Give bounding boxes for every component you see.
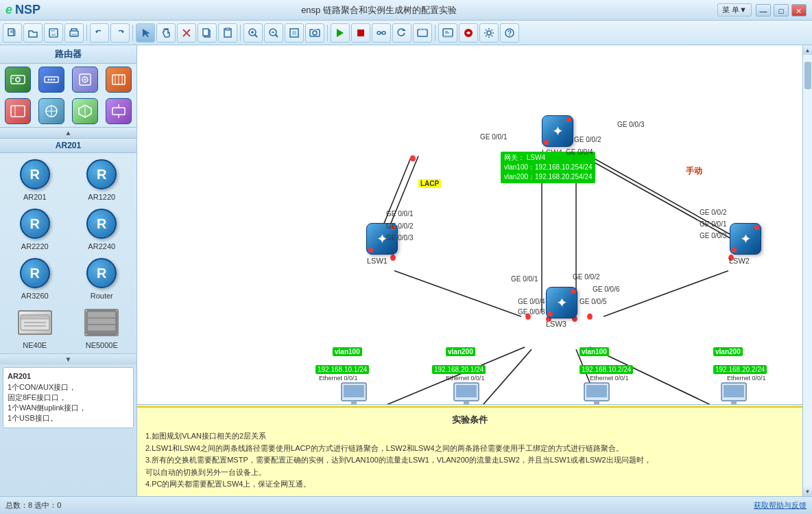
router-label: Router xyxy=(91,292,113,300)
lsw4-star-icon: ✦ xyxy=(552,123,564,139)
tb-new-btn[interactable] xyxy=(3,23,22,43)
panel-scroll-down[interactable]: ▼ xyxy=(0,353,136,364)
device-list: R AR201 R AR1220 R AR2220 R xyxy=(0,153,136,353)
router-icon: R xyxy=(84,256,119,290)
device-ar2220[interactable]: R AR2220 xyxy=(4,207,66,250)
panel-scroll-up[interactable]: ▲ xyxy=(0,127,136,138)
lsw1-node[interactable]: ✦ xyxy=(365,222,399,256)
main-area: 路由器 xyxy=(0,45,812,496)
ar2220-icon-img: R xyxy=(20,209,50,239)
tb-open-btn[interactable] xyxy=(23,23,43,43)
tb-refresh-btn[interactable] xyxy=(392,23,411,43)
ar2220-label: AR2220 xyxy=(21,242,49,250)
router-section-title: 路由器 xyxy=(0,45,136,64)
lsw4-dot2 xyxy=(544,140,549,145)
tb-zoomout-btn[interactable] xyxy=(264,23,283,43)
ar3260-label: AR3260 xyxy=(21,292,49,300)
tb-print-btn[interactable] xyxy=(64,23,84,43)
close-button[interactable]: ✕ xyxy=(791,4,807,16)
ne40e-icon xyxy=(18,305,52,340)
top-icon-3-box xyxy=(72,67,98,93)
router-icon-img: R xyxy=(86,258,117,288)
top-icon-8[interactable] xyxy=(103,98,134,124)
svg-rect-107 xyxy=(456,385,477,397)
vscroll-down[interactable]: ▼ xyxy=(803,487,813,496)
svg-rect-73 xyxy=(88,312,115,318)
svg-point-26 xyxy=(313,31,317,35)
lsw4-node[interactable]: ✦ xyxy=(540,114,575,148)
tb-console-btn[interactable] xyxy=(438,23,457,43)
top-icon-1[interactable] xyxy=(3,67,34,93)
topology-canvas[interactable]: ✦ LSW4 网关： LSW4 vlan100：192.168.10.254/2… xyxy=(137,45,802,496)
lsw1-icon: ✦ xyxy=(366,223,398,255)
desc-line-5: 4.PC的网关都需要配置LSW4上，保证全网互通。 xyxy=(145,478,794,491)
ar201-icon-img: R xyxy=(20,159,50,189)
vscroll-thumb[interactable] xyxy=(804,62,811,89)
top-icon-4-box xyxy=(106,67,132,93)
device-ar1220[interactable]: R AR1220 xyxy=(71,157,133,201)
device-ne5000e[interactable]: NE5000E xyxy=(71,305,133,349)
tb-zoomin-btn[interactable] xyxy=(243,23,263,43)
tb-copy-btn[interactable] xyxy=(198,23,217,43)
tb-sep-2 xyxy=(132,25,133,41)
tb-delete-btn[interactable] xyxy=(177,23,196,43)
tb-paste-btn[interactable] xyxy=(218,23,237,43)
tb-redo-btn[interactable] xyxy=(110,23,130,43)
top-icon-5-box xyxy=(5,98,31,124)
tb-save-btn[interactable] xyxy=(44,23,63,43)
svg-text:?: ? xyxy=(508,30,512,37)
tb-settings-btn[interactable] xyxy=(479,23,499,43)
lsw3-node[interactable]: ✦ xyxy=(545,285,579,320)
tb-sep-1 xyxy=(86,25,87,41)
tb-link-btn[interactable] xyxy=(372,23,391,43)
svg-point-42 xyxy=(487,31,491,35)
maximize-button[interactable]: □ xyxy=(774,4,789,16)
device-ne40e[interactable]: NE40E xyxy=(4,305,66,349)
top-icon-4[interactable] xyxy=(103,67,134,93)
ne40e-label: NE40E xyxy=(23,341,47,349)
minimize-button[interactable]: — xyxy=(756,4,771,16)
tb-undo-btn[interactable] xyxy=(90,23,109,43)
vertical-scrollbar[interactable]: ▲ ▼ xyxy=(802,45,812,496)
tb-hand-btn[interactable] xyxy=(156,23,176,43)
device-ar2240[interactable]: R AR2240 xyxy=(71,207,133,250)
statusbar: 总数：8 选中：0 获取帮助与反馈 xyxy=(0,496,812,514)
svg-point-49 xyxy=(48,79,50,81)
toolbar: ? xyxy=(0,21,812,45)
svg-line-17 xyxy=(255,34,258,37)
window-controls: — □ ✕ xyxy=(756,4,807,16)
tb-photo-btn[interactable] xyxy=(305,23,324,43)
tb-sep-3 xyxy=(240,25,241,41)
lsw2-star-icon: ✦ xyxy=(740,231,752,247)
svg-rect-34 xyxy=(418,30,427,36)
device-ar201[interactable]: R AR201 xyxy=(4,157,66,201)
status-left: 总数：8 选中：0 xyxy=(5,500,61,511)
tb-select-btn[interactable] xyxy=(136,23,155,43)
lsw2-node[interactable]: ✦ xyxy=(728,222,763,256)
svg-rect-4 xyxy=(51,29,55,32)
top-icon-1-box xyxy=(5,67,31,93)
tb-huawei-btn[interactable] xyxy=(459,23,478,43)
ne5000e-icon-img xyxy=(84,309,119,336)
lsw1-dot2 xyxy=(368,248,373,253)
help-link[interactable]: 获取帮助与反馈 xyxy=(754,500,807,511)
menu-button[interactable]: 菜 单▼ xyxy=(717,3,752,16)
top-icon-6[interactable] xyxy=(36,98,67,124)
vscroll-up[interactable]: ▲ xyxy=(803,45,813,55)
top-icon-5[interactable] xyxy=(3,98,34,124)
top-icon-7-box xyxy=(72,98,98,124)
top-icon-2[interactable] xyxy=(36,67,67,93)
app-logo: e NSP xyxy=(5,3,40,17)
tb-capture-btn[interactable] xyxy=(413,23,432,43)
top-icon-7[interactable] xyxy=(70,98,101,124)
tb-start-btn[interactable] xyxy=(331,23,350,43)
tb-stop-btn[interactable] xyxy=(351,23,370,43)
device-router[interactable]: R Router xyxy=(71,256,133,300)
top-icon-3[interactable] xyxy=(70,67,101,93)
device-ar3260[interactable]: R AR3260 xyxy=(4,256,66,300)
desc-box: 实验条件 1.如图规划VLAN接口相关的2层关系 2.LSW1和LSW4之间的两… xyxy=(137,406,802,496)
ne5000e-icon xyxy=(84,305,119,340)
tb-help-btn[interactable]: ? xyxy=(500,23,519,43)
mid-device-grid xyxy=(0,95,136,127)
tb-fit-btn[interactable] xyxy=(285,23,304,43)
